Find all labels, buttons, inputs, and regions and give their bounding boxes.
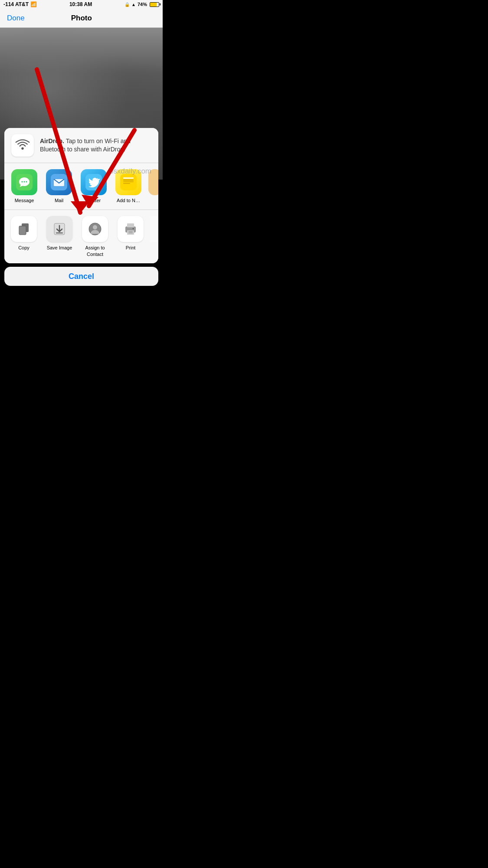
svg-rect-30 bbox=[128, 233, 133, 233]
notes-label: Add to N… bbox=[117, 198, 140, 203]
status-right: 🔒 ▲ 74% bbox=[124, 2, 159, 7]
mail-icon-svg bbox=[51, 174, 67, 190]
notes-app-icon bbox=[115, 169, 141, 195]
icloud-action[interactable] bbox=[150, 216, 158, 242]
app-item-mail[interactable]: Mail bbox=[44, 169, 74, 203]
airdrop-wifi-icon bbox=[15, 138, 30, 153]
save-image-action[interactable]: Save Image bbox=[43, 216, 75, 251]
svg-point-25 bbox=[93, 225, 97, 229]
share-sheet: AirDrop. Tap to turn on Wi-Fi and Blueto… bbox=[4, 128, 158, 263]
assign-contact-icon bbox=[82, 216, 108, 242]
done-button[interactable]: Done bbox=[7, 14, 25, 23]
icloud-icon bbox=[150, 216, 158, 242]
svg-point-8 bbox=[26, 181, 27, 183]
svg-rect-13 bbox=[123, 177, 134, 179]
svg-rect-19 bbox=[19, 226, 26, 235]
copy-action[interactable]: Copy bbox=[8, 216, 40, 251]
print-icon bbox=[118, 216, 144, 242]
cancel-label: Cancel bbox=[69, 272, 94, 281]
airdrop-title: AirDrop. bbox=[40, 138, 64, 144]
print-icon-svg bbox=[124, 222, 138, 236]
app-icons-row: Message Mail Twitter bbox=[4, 163, 158, 210]
message-label: Message bbox=[15, 198, 34, 203]
print-action[interactable]: Print bbox=[115, 216, 147, 251]
airdrop-description: AirDrop. Tap to turn on Wi-Fi and Blueto… bbox=[40, 137, 151, 154]
contact-icon-svg bbox=[88, 222, 102, 236]
svg-point-31 bbox=[133, 228, 134, 229]
copy-label: Copy bbox=[18, 245, 29, 251]
notes-icon-svg bbox=[120, 174, 137, 190]
copy-icon-svg bbox=[17, 222, 31, 236]
time-label: 10:38 AM bbox=[69, 1, 92, 7]
battery-pct-label: 74% bbox=[138, 2, 147, 7]
twitter-icon-svg bbox=[85, 174, 102, 190]
svg-rect-15 bbox=[123, 181, 134, 182]
app-item-twitter[interactable]: Twitter bbox=[79, 169, 108, 203]
svg-point-7 bbox=[24, 181, 25, 183]
app-item-notes[interactable]: Add to N… bbox=[114, 169, 143, 203]
save-image-label: Save Image bbox=[47, 245, 72, 251]
svg-rect-29 bbox=[128, 231, 133, 232]
svg-point-4 bbox=[21, 147, 23, 150]
nav-bar: Done Photo bbox=[0, 9, 163, 28]
assign-contact-label: Assign toContact bbox=[85, 245, 105, 257]
cancel-button[interactable]: Cancel bbox=[4, 267, 158, 286]
page-title: Photo bbox=[71, 14, 92, 23]
battery-bar bbox=[150, 2, 159, 7]
save-icon-svg bbox=[52, 222, 66, 236]
svg-rect-27 bbox=[127, 223, 134, 227]
message-app-icon bbox=[11, 169, 37, 195]
copy-icon bbox=[11, 216, 37, 242]
app-item-safari[interactable] bbox=[148, 169, 158, 195]
assign-contact-action[interactable]: Assign toContact bbox=[79, 216, 111, 257]
safari-app-icon bbox=[148, 169, 158, 195]
print-label: Print bbox=[126, 245, 136, 251]
app-item-message[interactable]: Message bbox=[10, 169, 39, 203]
status-left: -114 AT&T 📶 bbox=[3, 1, 37, 7]
save-image-icon bbox=[46, 216, 72, 242]
location-icon: ▲ bbox=[131, 2, 136, 7]
status-bar: -114 AT&T 📶 10:38 AM 🔒 ▲ 74% bbox=[0, 0, 163, 9]
svg-rect-22 bbox=[56, 233, 63, 233]
carrier-label: -114 AT&T bbox=[3, 1, 29, 7]
mail-app-icon bbox=[46, 169, 72, 195]
svg-rect-14 bbox=[123, 180, 134, 180]
battery-fill bbox=[150, 3, 157, 7]
svg-rect-16 bbox=[123, 183, 130, 184]
airdrop-row[interactable]: AirDrop. Tap to turn on Wi-Fi and Blueto… bbox=[4, 128, 158, 163]
twitter-label: Twitter bbox=[87, 198, 101, 203]
twitter-app-icon bbox=[81, 169, 107, 195]
actions-row: Copy Save Image bbox=[4, 210, 158, 263]
mail-label: Mail bbox=[55, 198, 63, 203]
lock-icon: 🔒 bbox=[124, 2, 130, 7]
airdrop-icon bbox=[11, 134, 34, 157]
svg-point-6 bbox=[22, 181, 23, 183]
message-icon-svg bbox=[16, 174, 33, 190]
wifi-icon: 📶 bbox=[30, 1, 37, 7]
